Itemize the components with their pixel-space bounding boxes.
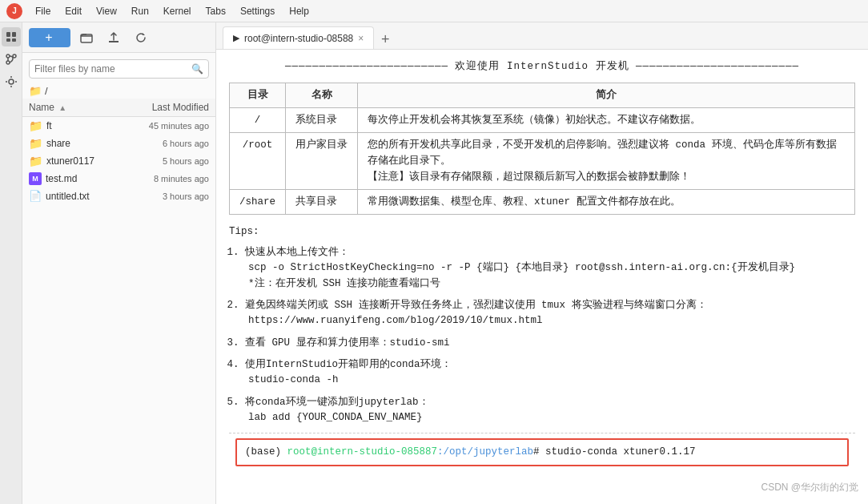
tip-item: 使用InternStudio开箱即用的conda环境：studio-conda … [245,357,855,389]
file-name-cell: 📁 share [22,135,123,152]
file-name-cell: 📄 untitled.txt [22,187,123,204]
info-name: 用户家目录 [286,133,358,190]
file-name: test.md [46,173,77,184]
tip-title: 将conda环境一键添加到jupyterlab： [245,397,429,408]
tip-body: https://www.ruanyifeng.com/blog/2019/10/… [245,313,855,329]
git-icon[interactable] [2,50,21,69]
info-table-row: /share 共享目录 常用微调数据集、模型仓库、教程、xtuner 配置文件都… [230,190,855,215]
sidebar-inner: + 🔍 📁 / [22,22,215,504]
files-icon[interactable] [2,27,21,46]
search-box[interactable]: 🔍 [29,59,209,79]
new-tab-button[interactable]: + [376,30,395,49]
info-desc: 每次停止开发机会将其恢复至系统（镜像）初始状态。不建议存储数据。 [358,108,855,133]
tab-title: root@intern-studio-08588 [244,33,353,44]
file-modified: 3 hours ago [123,187,215,204]
file-name-cell: 📁 xtuner0117 [22,152,123,170]
sidebar-toolbar: + [22,22,215,53]
table-row[interactable]: 📄 untitled.txt 3 hours ago [22,187,215,204]
search-icon: 🔍 [191,63,203,75]
file-icon: 📄 [29,190,42,202]
info-table-row: / 系统目录 每次停止开发机会将其恢复至系统（镜像）初始状态。不建议存储数据。 [230,108,855,133]
info-table-row: /root 用户家目录 您的所有开发机共享此目录，不受开发机的启停影响。强烈建议… [230,133,855,190]
search-input[interactable] [34,63,188,75]
file-name: xtuner0117 [46,155,94,167]
terminal-input-area[interactable]: (base) root@intern-studio-085887:/opt/ju… [235,438,849,466]
path-label: / [45,85,48,97]
modified-column-header[interactable]: Last Modified [123,99,215,117]
tips-list: 快速从本地上传文件：scp -o StrictHostKeyChecking=n… [229,245,855,426]
name-column-header[interactable]: Name ▲ [22,99,123,117]
info-name: 系统目录 [286,108,358,133]
info-path: /share [230,190,286,215]
svg-rect-2 [6,38,10,42]
tab-close-button[interactable]: × [358,33,364,44]
terminal-command: # studio-conda xtuner0.1.17 [533,446,696,458]
tips-section: Tips: 快速从本地上传文件：scp -o StrictHostKeyChec… [229,224,855,425]
upload-button[interactable] [102,28,125,47]
tip-title: 使用InternStudio开箱即用的conda环境： [245,359,452,370]
file-modified: 6 hours ago [123,135,215,152]
table-row[interactable]: M test.md 8 minutes ago [22,170,215,187]
info-desc: 常用微调数据集、模型仓库、教程、xtuner 配置文件都存放在此。 [358,190,855,215]
tip-item: 将conda环境一键添加到jupyterlab：lab add {YOUR_CO… [245,395,855,426]
menu-bar: J File Edit View Run Kernel Tabs Setting… [0,0,868,22]
tip-body: studio-conda -h [245,373,855,388]
current-path: 📁 / [22,82,215,99]
table-row[interactable]: 📁 share 6 hours ago [22,135,215,152]
svg-rect-3 [12,38,16,42]
refresh-button[interactable] [130,28,152,47]
menu-help[interactable]: Help [283,4,315,18]
file-table: Name ▲ Last Modified 📁 ft 45 minutes ago [22,99,215,204]
menu-tabs[interactable]: Tabs [199,4,232,18]
tab-bar: ▶ root@intern-studio-08588 × + [216,22,868,50]
table-header-desc: 简介 [358,83,855,108]
divider [229,433,855,433]
folder-icon: 📁 [29,85,42,97]
terminal-prompt-base: (base) [245,446,287,458]
welcome-text: ———————————————————————— 欢迎使用 InternStud… [229,59,855,75]
info-table: 目录 名称 简介 / 系统目录 每次停止开发机会将其恢复至系统（镜像）初始状态。… [229,83,855,215]
menu-view[interactable]: View [90,4,123,18]
terminal-icon: ▶ [233,33,239,43]
file-modified: 5 hours ago [123,152,215,170]
menu-kernel[interactable]: Kernel [157,4,198,18]
table-header-name: 名称 [286,83,358,108]
folder-icon: 📁 [29,119,42,132]
menu-file[interactable]: File [29,4,57,18]
svg-rect-0 [6,32,10,37]
info-path: / [230,108,286,133]
table-header-dir: 目录 [230,83,286,108]
file-name: ft [46,120,52,131]
menu-edit[interactable]: Edit [58,4,88,18]
svg-point-8 [9,79,14,84]
settings-sidebar-icon[interactable] [2,72,21,91]
terminal-user: root@intern-studio-085887 [287,446,438,458]
sort-arrow: ▲ [58,103,66,112]
file-modified: 8 minutes ago [123,170,215,187]
info-name: 共享目录 [286,190,358,215]
file-name-cell: 📁 ft [22,117,123,135]
menu-run[interactable]: Run [125,4,155,18]
svg-point-5 [6,54,10,58]
terminal-content: ———————————————————————— 欢迎使用 InternStud… [216,50,868,504]
terminal-tab[interactable]: ▶ root@intern-studio-08588 × [223,26,374,49]
tip-item: 避免因终端关闭或 SSH 连接断开导致任务终止，强烈建议使用 tmux 将实验进… [245,298,855,329]
table-row[interactable]: 📁 ft 45 minutes ago [22,117,215,135]
file-modified: 45 minutes ago [123,117,215,135]
tips-header: Tips: [229,224,855,240]
tip-title: 查看 GPU 显存和算力使用率：studio-smi [245,337,450,349]
new-folder-button[interactable] [75,28,98,47]
file-sidebar: + 🔍 📁 / [0,22,216,504]
folder-icon: 📁 [29,155,42,167]
new-button[interactable]: + [29,28,70,47]
folder-icon: 📁 [29,137,42,150]
tip-body: lab add {YOUR_CONDA_ENV_NAME} [245,410,855,425]
app-logo: J [6,3,22,19]
info-desc: 您的所有开发机共享此目录，不受开发机的启停影响。强烈建议将 conda 环境、代… [358,133,855,190]
menu-settings[interactable]: Settings [234,4,281,18]
table-row[interactable]: 📁 xtuner0117 5 hours ago [22,152,215,170]
watermark: CSDN @华尔街的幻觉 [761,481,858,494]
file-browser: Name ▲ Last Modified 📁 ft 45 minutes ago [22,99,215,504]
plus-icon: + [45,30,52,45]
terminal-path: :/opt/jupyterlab [437,446,533,458]
